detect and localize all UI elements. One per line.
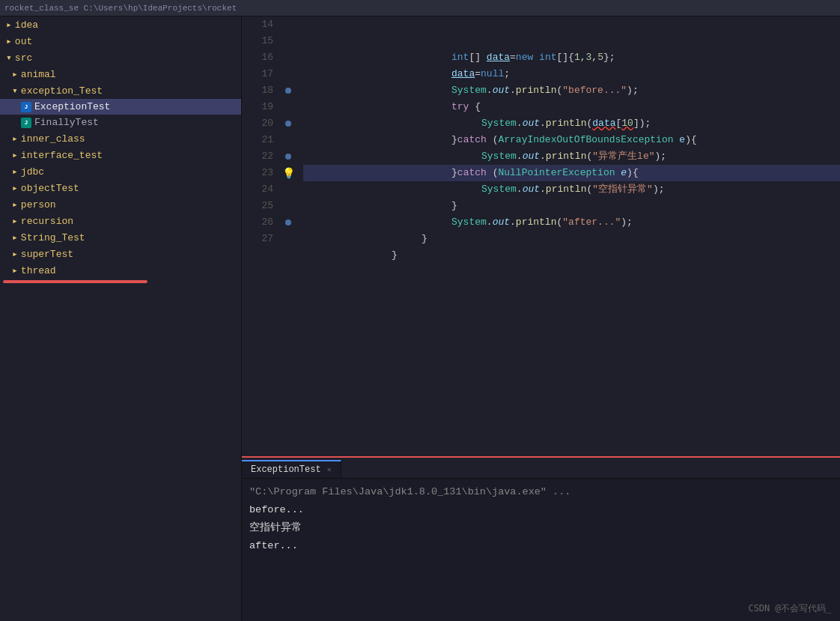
console-line-4: after...	[249, 537, 833, 555]
sidebar-item-label: ExceptionTest	[34, 101, 110, 112]
sidebar-item-exception-test-java[interactable]: J ExceptionTest	[0, 99, 241, 115]
sidebar-item-person[interactable]: ▸ person	[0, 196, 241, 213]
line-num-25: 25	[242, 198, 279, 214]
line-num-27: 27	[242, 231, 279, 247]
main-area: ▸ idea ▸ out ▾ src ▸ animal ▾ exception_…	[0, 16, 840, 621]
sidebar-item-thread[interactable]: ▸ thread	[0, 262, 241, 279]
folder-icon-idea: ▸	[6, 19, 12, 31]
sidebar-scrollbar[interactable]	[3, 280, 147, 283]
breakpoint-dot-26[interactable]	[285, 219, 291, 225]
sidebar-item-label: exception_Test	[21, 85, 103, 97]
line-num-15: 15	[242, 33, 279, 49]
folder-icon-out: ▸	[6, 35, 12, 47]
sidebar-item-recursion[interactable]: ▸ recursion	[0, 213, 241, 229]
gutter-24	[279, 181, 297, 198]
line-numbers: 14 15 16 17 18 19 20 21 22 23 24 25 26 2…	[242, 16, 279, 456]
lightbulb-icon[interactable]: 💡	[282, 167, 295, 180]
sidebar-item-animal[interactable]: ▸ animal	[0, 66, 241, 82]
sidebar-item-label: jdbc	[21, 166, 44, 178]
sidebar-item-label: person	[21, 199, 56, 210]
code-lines: int[] data=new int[]{1,3,5}; data=null; …	[297, 16, 840, 456]
sidebar-item-label: interface_test	[21, 150, 103, 161]
tab-close-button[interactable]: ✕	[327, 465, 332, 474]
line-num-18: 18	[242, 82, 279, 99]
folder-icon-animal: ▸	[12, 68, 18, 80]
gutter-20	[279, 115, 297, 132]
sidebar-item-label: recursion	[21, 216, 73, 227]
gutter-15	[279, 33, 297, 49]
sidebar-item-label: out	[15, 36, 32, 47]
gutter-23[interactable]: 💡	[279, 165, 297, 181]
sidebar-item-exception-test[interactable]: ▾ exception_Test	[0, 82, 241, 99]
sidebar-item-label: src	[15, 52, 32, 64]
line-num-23: 23	[242, 165, 279, 181]
gutter-26	[279, 214, 297, 231]
sidebar-item-src[interactable]: ▾ src	[0, 49, 241, 66]
sidebar-item-jdbc[interactable]: ▸ jdbc	[0, 163, 241, 180]
top-bar-text: rocket_class_se C:\Users\hp\IdeaProjects…	[4, 4, 237, 13]
folder-icon-thread: ▸	[12, 264, 18, 276]
gutter-16	[279, 49, 297, 66]
sidebar-item-inner-class[interactable]: ▸ inner_class	[0, 130, 241, 147]
editor-area: 14 15 16 17 18 19 20 21 22 23 24 25 26 2…	[242, 16, 840, 621]
gutter-18	[279, 82, 297, 99]
sidebar-item-label: objectTest	[21, 183, 79, 194]
top-bar: rocket_class_se C:\Users\hp\IdeaProjects…	[0, 0, 840, 16]
sidebar-item-label: String_Test	[21, 232, 85, 243]
sidebar-item-interface-test[interactable]: ▸ interface_test	[0, 147, 241, 163]
folder-icon-person: ▸	[12, 199, 18, 210]
breakpoint-dot-22[interactable]	[285, 154, 291, 160]
gutter-21	[279, 132, 297, 148]
code-line-14	[303, 16, 840, 33]
sidebar-item-idea[interactable]: ▸ idea	[0, 16, 241, 33]
breakpoint-dot-20[interactable]	[285, 121, 291, 127]
watermark: CSDN @不会写代码_	[748, 602, 831, 615]
tab-exception-test[interactable]: ExceptionTest ✕	[242, 460, 341, 478]
gutter-17	[279, 66, 297, 82]
sidebar-item-label: superTest	[21, 249, 73, 260]
code-content: 14 15 16 17 18 19 20 21 22 23 24 25 26 2…	[242, 16, 840, 456]
folder-icon-interface: ▸	[12, 149, 18, 161]
code-line-15: int[] data=new int[]{1,3,5};	[303, 33, 840, 49]
line-num-21: 21	[242, 132, 279, 148]
line-num-24: 24	[242, 181, 279, 198]
gutter: 💡	[279, 16, 297, 456]
line-num-22: 22	[242, 148, 279, 165]
folder-icon-jdbc: ▸	[12, 166, 18, 178]
gutter-19	[279, 99, 297, 115]
tab-label: ExceptionTest	[251, 464, 321, 475]
sidebar-item-label: animal	[21, 69, 56, 80]
sidebar-item-finally-test[interactable]: J FinallyTest	[0, 115, 241, 130]
folder-icon-string: ▸	[12, 231, 18, 243]
sidebar-item-out[interactable]: ▸ out	[0, 33, 241, 49]
line-num-16: 16	[242, 49, 279, 66]
sidebar-item-label: inner_class	[21, 133, 85, 145]
gutter-22	[279, 148, 297, 165]
console-line-2: before...	[249, 501, 833, 519]
gutter-25	[279, 198, 297, 214]
sidebar-item-object-test[interactable]: ▸ objectTest	[0, 180, 241, 196]
folder-icon-src: ▾	[6, 52, 12, 64]
breakpoint-dot-18[interactable]	[285, 88, 291, 94]
folder-icon-super: ▸	[12, 248, 18, 260]
line-num-26: 26	[242, 214, 279, 231]
console-line-3: 空指针异常	[249, 519, 833, 537]
sidebar-item-label: thread	[21, 265, 56, 276]
sidebar-item-label: FinallyTest	[34, 117, 99, 128]
gutter-14	[279, 16, 297, 33]
folder-icon-object: ▸	[12, 182, 18, 194]
sidebar-item-label: idea	[15, 19, 38, 31]
bottom-tabs: ExceptionTest ✕	[242, 458, 840, 479]
folder-icon-exception: ▾	[12, 85, 18, 97]
java-file-icon: J	[21, 118, 31, 128]
bottom-panel: ExceptionTest ✕ "C:\Program Files\Java\j…	[242, 456, 840, 621]
sidebar-item-super-test[interactable]: ▸ superTest	[0, 246, 241, 262]
line-num-14: 14	[242, 16, 279, 33]
folder-icon-inner: ▸	[12, 133, 18, 145]
folder-icon-recursion: ▸	[12, 215, 18, 227]
sidebar-item-string-test[interactable]: ▸ String_Test	[0, 229, 241, 246]
java-file-icon: J	[21, 102, 31, 112]
gutter-27	[279, 231, 297, 247]
sidebar: ▸ idea ▸ out ▾ src ▸ animal ▾ exception_…	[0, 16, 242, 621]
line-num-17: 17	[242, 66, 279, 82]
